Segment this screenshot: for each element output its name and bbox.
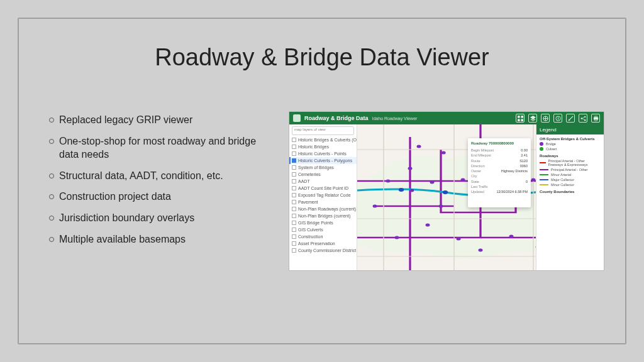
- svg-point-20: [430, 181, 435, 184]
- popup-value: 0.00: [521, 148, 528, 153]
- layer-row[interactable]: County Commissioner District: [289, 247, 357, 254]
- popup-row: Last Traffic: [471, 184, 528, 189]
- layer-row[interactable]: AADT Count Site Point ID: [289, 185, 357, 192]
- checkbox-icon[interactable]: [292, 207, 296, 211]
- list-item: Jurisdiction boundary overlays: [49, 211, 275, 225]
- grid-icon[interactable]: [516, 114, 525, 123]
- layer-row[interactable]: Historic Culverts - Points: [289, 150, 357, 157]
- layer-row[interactable]: Construction: [289, 233, 357, 240]
- legend-item: Principal Arterial - Other Freeways & Ex…: [536, 158, 604, 167]
- popup-key: Owner: [471, 168, 481, 173]
- legend-section: Off-System Bridges & Culverts: [536, 134, 604, 141]
- legend-item: Culvert: [536, 146, 604, 151]
- checkbox-icon[interactable]: [292, 234, 296, 239]
- checkbox-icon[interactable]: [292, 248, 296, 253]
- svg-point-18: [408, 167, 413, 170]
- legend-section: County Boundaries: [536, 187, 604, 194]
- basemap-icon[interactable]: [541, 114, 550, 123]
- svg-point-35: [479, 249, 483, 252]
- svg-marker-5: [530, 118, 536, 121]
- legend-item: Major Collector: [536, 177, 604, 182]
- svg-point-27: [531, 178, 536, 182]
- legend-swatch-icon: [540, 184, 548, 185]
- svg-point-47: [443, 190, 448, 194]
- layer-row[interactable]: AADT: [289, 178, 357, 185]
- svg-point-36: [509, 235, 514, 238]
- layer-label: Cemeteries: [298, 172, 321, 177]
- info-icon[interactable]: [553, 114, 562, 123]
- layer-row[interactable]: GIS Bridge Points: [289, 219, 357, 226]
- checkbox-icon[interactable]: [292, 200, 296, 204]
- layer-row[interactable]: Historic Bridges & Culverts (On-System): [289, 136, 357, 143]
- share-icon[interactable]: [579, 114, 587, 123]
- layer-label: Non-Plan Bridges (current): [298, 214, 350, 218]
- layer-row[interactable]: GIS Culverts: [289, 226, 357, 233]
- popup-title: Roadway 700000800000: [471, 141, 528, 146]
- svg-point-34: [457, 238, 461, 241]
- layer-label: Asset Preservation: [298, 241, 335, 246]
- layer-row[interactable]: Non-Plan Bridges (current): [289, 212, 357, 219]
- list-item: One-stop-shop for most roadway and bridg…: [49, 134, 275, 162]
- svg-rect-9: [557, 116, 558, 117]
- layer-row[interactable]: Historic Bridges: [289, 143, 357, 150]
- layers-icon[interactable]: [528, 114, 537, 123]
- list-item: Replaced legacy GRIP viewer: [49, 113, 275, 127]
- layer-row[interactable]: System of Bridges: [289, 164, 357, 171]
- app-logo-icon: [293, 114, 301, 122]
- print-icon[interactable]: [591, 114, 600, 123]
- checkbox-icon[interactable]: [292, 241, 296, 246]
- checkbox-icon[interactable]: [292, 179, 296, 184]
- svg-rect-2: [518, 119, 520, 121]
- measure-icon[interactable]: [566, 114, 575, 123]
- popup-value: 2.41: [521, 153, 528, 158]
- legend-label: Major Collector: [551, 178, 574, 182]
- layer-label: Historic Bridges: [298, 145, 329, 149]
- layer-row[interactable]: Asset Preservation: [289, 240, 357, 247]
- slide-title: Roadway & Bridge Data Viewer: [19, 44, 625, 71]
- layer-label: GIS Culverts: [298, 228, 323, 232]
- checkbox-icon[interactable]: [292, 158, 296, 163]
- popup-row: End Milepost2.41: [471, 153, 528, 158]
- legend-label: Principal Arterial - Other: [551, 168, 587, 172]
- popup-value: 12/30/2024 6:38 PM: [496, 189, 528, 194]
- legend-label: Bridge: [546, 142, 556, 146]
- checkbox-icon[interactable]: [292, 145, 296, 149]
- layer-row[interactable]: Non-Plan Roadways (current): [289, 206, 357, 212]
- checkbox-icon[interactable]: [292, 214, 296, 218]
- legend-section: Roadways: [536, 151, 604, 158]
- checkbox-icon[interactable]: [292, 172, 296, 177]
- svg-point-40: [373, 205, 377, 208]
- checkbox-icon[interactable]: [292, 165, 296, 170]
- svg-rect-13: [593, 117, 597, 119]
- list-item: Construction project data: [49, 190, 275, 204]
- layer-label: AADT: [298, 179, 310, 184]
- layer-row[interactable]: Cemeteries: [289, 171, 357, 178]
- popup-key: State: [471, 179, 479, 184]
- layer-row[interactable]: Historic Culverts - Polygons: [289, 157, 357, 164]
- svg-rect-14: [594, 116, 597, 117]
- popup-key: Direction: [471, 163, 485, 168]
- legend-item: Minor Arterial: [536, 172, 604, 177]
- svg-point-42: [417, 145, 421, 148]
- bullet-list: Replaced legacy GRIP viewerOne-stop-shop…: [49, 113, 275, 253]
- legend-swatch-icon: [540, 169, 548, 170]
- svg-rect-3: [521, 119, 523, 121]
- feature-popup[interactable]: Roadway 700000800000 Begin Milepost0.00E…: [468, 138, 531, 207]
- popup-key: End Milepost: [471, 153, 491, 158]
- layer-label: Historic Culverts - Points: [298, 151, 347, 156]
- checkbox-icon[interactable]: [292, 186, 296, 190]
- checkbox-icon[interactable]: [292, 221, 296, 225]
- checkbox-icon[interactable]: [292, 151, 296, 156]
- checkbox-icon[interactable]: [292, 193, 296, 197]
- svg-point-32: [395, 236, 399, 239]
- layer-label: Historic Culverts - Polygons: [298, 158, 352, 163]
- svg-point-22: [461, 178, 465, 182]
- layer-row[interactable]: Exposed Tag Relator Code: [289, 192, 357, 199]
- svg-point-10: [580, 118, 582, 119]
- popup-key: Last Traffic: [471, 184, 488, 189]
- popup-value: 0: [526, 179, 528, 184]
- layer-search-input[interactable]: map layers of view: [292, 126, 354, 135]
- checkbox-icon[interactable]: [292, 138, 296, 142]
- layer-row[interactable]: Pavement: [289, 199, 357, 206]
- checkbox-icon[interactable]: [292, 228, 296, 232]
